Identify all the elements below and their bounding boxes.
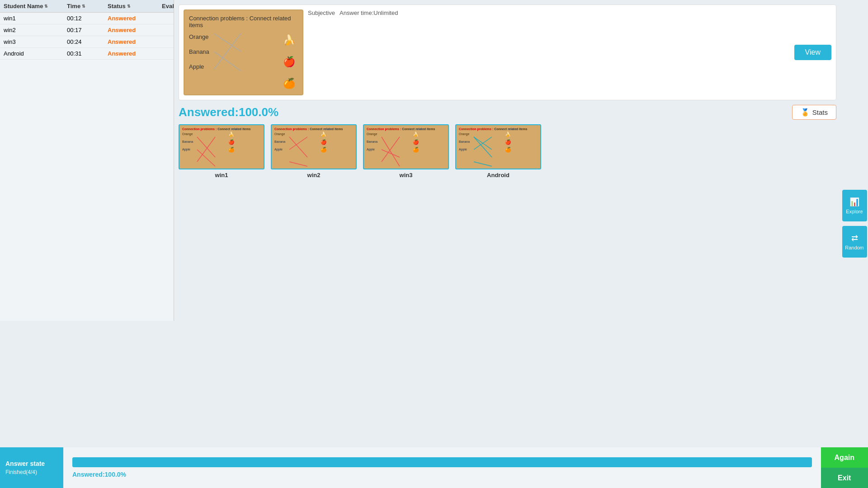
thumbnail-card-win3[interactable]: Connection problems : Connect related it… xyxy=(363,124,449,169)
explore-button[interactable]: 📊 Explore xyxy=(842,190,867,221)
col-student-name[interactable]: Student Name ⇅ xyxy=(4,3,67,9)
answered-row: Answered:100.0% 🏅 Stats xyxy=(179,105,836,120)
thumbnail-name-android: Android xyxy=(487,172,509,178)
thumb-content-win1: Orange Banana Apple 🍌 🍎 🍊 xyxy=(182,131,261,169)
thumbnail-card-android[interactable]: Connection problems : Connect related it… xyxy=(455,124,541,169)
progress-percent: Answered:100.0% xyxy=(72,471,812,478)
thumbnail-card-win1[interactable]: Connection problems : Connect related it… xyxy=(179,124,264,169)
thumb-lines-win3 xyxy=(379,132,411,169)
thumbnail-item-android[interactable]: Connection problems : Connect related it… xyxy=(455,124,541,178)
svg-line-8 xyxy=(289,162,307,166)
col-status[interactable]: Status ⇅ xyxy=(108,3,162,9)
bottom-right-buttons: Again Exit xyxy=(821,447,868,488)
random-icon: ⇄ xyxy=(851,233,858,243)
question-image: Connection problems : Connect related it… xyxy=(184,9,303,95)
svg-line-11 xyxy=(382,137,400,162)
answer-state-panel: Answer state Finished(4/4) xyxy=(0,447,63,488)
question-card: Connection problems : Connect related it… xyxy=(179,5,836,100)
svg-line-3 xyxy=(197,137,215,157)
thumb-title-win3: Connection problems : Connect related it… xyxy=(367,127,445,131)
table-header: Student Name ⇅ Time ⇅ Status ⇅ Evaluate … xyxy=(0,0,174,13)
thumb-content-win2: Orange Banana Apple 🍌 🍎 🍊 xyxy=(274,131,353,169)
thumbnail-name-win3: win3 xyxy=(400,172,413,178)
right-sidebar: 📊 Explore ⇄ Random xyxy=(841,0,868,321)
thumbnail-item-win2[interactable]: Connection problems : Connect related it… xyxy=(271,124,357,178)
fruit-banana-icon: 🍌 xyxy=(280,31,298,49)
question-items: Orange Banana Apple 🍌 🍎 🍊 xyxy=(189,31,298,93)
question-fruits: 🍌 🍎 🍊 xyxy=(280,31,298,93)
progress-section: Answered:100.0% xyxy=(63,447,821,488)
svg-line-10 xyxy=(382,150,400,157)
svg-line-1 xyxy=(214,52,241,71)
table-row[interactable]: Android 00:31 Answered xyxy=(0,48,174,60)
svg-line-9 xyxy=(382,137,400,166)
svg-line-7 xyxy=(289,137,307,150)
answer-state-sub: Finished(4/4) xyxy=(5,469,58,475)
question-labels: Orange Banana Apple xyxy=(189,33,209,70)
thumb-lines-android xyxy=(472,132,503,169)
thumb-title-win2: Connection problems : Connect related it… xyxy=(274,127,353,131)
sort-icon-name: ⇅ xyxy=(44,4,48,9)
thumbnail-item-win1[interactable]: Connection problems : Connect related it… xyxy=(179,124,264,178)
table-row[interactable]: win3 00:24 Answered xyxy=(0,36,174,48)
thumb-lines-win2 xyxy=(287,132,319,169)
svg-line-12 xyxy=(474,137,492,157)
fruit-orange-icon: 🍊 xyxy=(280,75,298,93)
answer-state-title: Answer state xyxy=(5,460,58,467)
stats-icon: 🏅 xyxy=(801,108,810,117)
stats-button[interactable]: 🏅 Stats xyxy=(792,105,836,120)
explore-icon: 📊 xyxy=(849,197,859,207)
svg-line-14 xyxy=(474,162,492,166)
thumbnail-name-win1: win1 xyxy=(215,172,228,178)
student-table-panel: Student Name ⇅ Time ⇅ Status ⇅ Evaluate … xyxy=(0,0,174,321)
svg-line-0 xyxy=(214,33,241,52)
svg-line-2 xyxy=(214,33,241,70)
thumb-content-android: Orange Banana Apple 🍌 🍎 🍊 xyxy=(459,131,538,169)
sort-icon-status: ⇅ xyxy=(127,4,131,9)
again-button[interactable]: Again xyxy=(821,447,868,468)
col-time[interactable]: Time ⇅ xyxy=(67,3,108,9)
thumb-lines-win1 xyxy=(195,132,226,169)
thumbnails-row: Connection problems : Connect related it… xyxy=(179,124,836,178)
thumb-content-win3: Orange Banana Apple 🍌 🍎 🍊 xyxy=(367,131,445,169)
question-info: Subjective Answer time:Unlimited xyxy=(308,9,790,16)
fruit-apple-icon: 🍎 xyxy=(280,53,298,71)
thumbnail-card-win2[interactable]: Connection problems : Connect related it… xyxy=(271,124,357,169)
connection-lines-svg xyxy=(214,27,259,81)
thumbnail-item-win3[interactable]: Connection problems : Connect related it… xyxy=(363,124,449,178)
main-content: Connection problems : Connect related it… xyxy=(174,0,841,321)
answered-percent: Answered:100.0% xyxy=(179,105,278,119)
random-button[interactable]: ⇄ Random xyxy=(842,226,867,258)
thumb-title-android: Connection problems : Connect related it… xyxy=(459,127,538,131)
svg-line-6 xyxy=(289,137,307,157)
bottom-bar: Answer state Finished(4/4) Answered:100.… xyxy=(0,447,868,488)
view-button[interactable]: View xyxy=(794,45,831,60)
sort-icon-time: ⇅ xyxy=(82,4,85,9)
table-row[interactable]: win1 00:12 Answered xyxy=(0,13,174,24)
progress-bar-fill xyxy=(72,457,812,467)
thumb-title-win1: Connection problems : Connect related it… xyxy=(182,127,261,131)
table-row[interactable]: win2 00:17 Answered xyxy=(0,24,174,36)
thumbnail-name-win2: win2 xyxy=(307,172,321,178)
progress-bar-bg xyxy=(72,457,812,467)
exit-button[interactable]: Exit xyxy=(821,468,868,488)
